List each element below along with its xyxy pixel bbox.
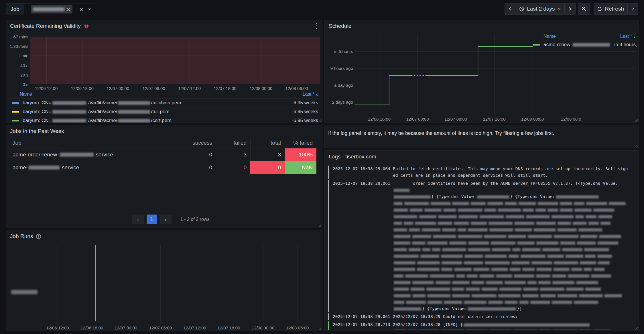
legend-last-header[interactable]: Last * ∨ xyxy=(620,34,636,39)
axis-tick-label: 20 s xyxy=(6,72,28,77)
series-last-value: -6.95 weeks xyxy=(292,109,318,115)
panel-resize-handle[interactable] xyxy=(635,327,638,330)
axis-tick-label: 12/06 18:00 xyxy=(71,86,94,91)
series-color-swatch xyxy=(12,102,19,104)
info-icon[interactable] xyxy=(36,234,41,239)
redacted-text xyxy=(394,189,409,192)
job-filter[interactable]: Job × × xyxy=(6,3,96,15)
log-message: Failed to fetch certificates. This may m… xyxy=(393,166,634,179)
chevron-down-icon[interactable] xyxy=(87,7,92,11)
series-name[interactable]: acme-renew-.timer xyxy=(543,42,611,48)
panel-resize-handle[interactable] xyxy=(318,119,322,122)
panel-header[interactable]: Job Runs xyxy=(6,230,322,242)
redacted-text xyxy=(452,202,469,205)
redacted-text xyxy=(430,274,454,278)
redacted-text xyxy=(593,209,614,212)
redacted-filter-value xyxy=(33,7,64,11)
legend-row[interactable]: baryum: CN= /var/lib/acme//cert.pem-6.95… xyxy=(10,116,318,123)
redacted-text xyxy=(542,248,560,251)
redacted-text xyxy=(411,288,425,291)
redacted-text xyxy=(464,261,483,264)
redacted-text xyxy=(511,261,530,264)
panel-header[interactable]: Schedule xyxy=(325,20,639,32)
redacted-text xyxy=(444,301,462,304)
legend-last-header[interactable]: Last * ∧ xyxy=(303,92,318,97)
axis-tick-label: 12/08 06:00 xyxy=(286,325,309,330)
panel-resize-handle[interactable] xyxy=(635,119,638,122)
axis-tick-label: 12/08 00:00 xyxy=(521,117,544,121)
legend-row[interactable]: acme-renew-.timerin 9 hours xyxy=(533,40,636,49)
redacted-text xyxy=(505,202,517,205)
legend-name-header[interactable]: Name xyxy=(20,92,32,97)
redacted-text xyxy=(422,228,440,231)
total-cell: 3 xyxy=(250,148,285,161)
axis-tick-label: 12/07 06:00 xyxy=(142,86,165,91)
column-header[interactable]: failed xyxy=(216,138,250,148)
refresh-button[interactable]: Refresh xyxy=(594,3,627,15)
legend-name-header[interactable]: Name xyxy=(543,34,556,39)
series-color-swatch xyxy=(533,44,540,46)
panel-resize-handle[interactable] xyxy=(635,144,638,148)
page-next-button[interactable]: › xyxy=(159,215,172,224)
redacted-text xyxy=(458,209,482,212)
page-prev-button[interactable]: ‹ xyxy=(132,215,144,224)
chip-close-icon[interactable]: × xyxy=(67,6,70,12)
jobs-table: Jobsuccessfailedtotal% failed acme-order… xyxy=(9,138,319,174)
redacted-text xyxy=(519,202,536,205)
legend-row[interactable]: baryum: CN= /var/lib/acme//full.pem-6.95… xyxy=(10,107,318,116)
column-header[interactable]: total xyxy=(250,138,285,148)
redacted-text xyxy=(468,241,489,245)
redacted-text xyxy=(558,228,577,231)
redacted-text xyxy=(585,288,601,291)
redacted-text xyxy=(558,294,577,297)
redacted-text xyxy=(394,281,411,284)
redacted-text xyxy=(568,274,589,278)
grid-line xyxy=(30,46,320,46)
panel-resize-handle[interactable] xyxy=(318,327,322,330)
redacted-text xyxy=(573,43,610,47)
panel-log-note: If the log panel is empty, it may be bec… xyxy=(324,125,639,148)
zoom-out-button[interactable] xyxy=(578,3,590,15)
grid-line xyxy=(92,245,92,324)
table-row[interactable]: acme-order-renew-.service033100% xyxy=(9,148,319,161)
redacted-text xyxy=(394,330,406,331)
column-header[interactable]: success xyxy=(183,138,216,148)
job-filter-value[interactable]: × xyxy=(24,3,76,15)
panel-header[interactable]: Certificate Remaining Validity ⋮ xyxy=(6,20,322,32)
panel-menu-icon[interactable]: ⋮ xyxy=(313,22,320,29)
redacted-text xyxy=(588,222,599,225)
column-header[interactable]: Job xyxy=(9,138,183,148)
redacted-text xyxy=(118,101,150,105)
series-name[interactable]: baryum: CN= /var/lib/acme//full.pem xyxy=(23,109,170,115)
panel-header[interactable]: Jobs in the Past Week xyxy=(6,125,322,137)
redacted-text xyxy=(512,248,520,251)
redacted-text xyxy=(417,268,440,271)
redacted-text xyxy=(598,261,610,264)
refresh-interval-dropdown[interactable] xyxy=(627,3,638,15)
redacted-text xyxy=(530,301,550,304)
axis-tick-label: in 5 hours xyxy=(325,49,353,54)
time-shift-back-button[interactable] xyxy=(505,3,516,15)
log-entry: 2025-12-07 18:38:29.064Failed to fetch c… xyxy=(328,166,637,179)
panel-resize-handle[interactable] xyxy=(318,224,322,227)
time-range-picker[interactable]: Last 2 days xyxy=(516,3,564,15)
redacted-text xyxy=(576,281,598,284)
job-filter-chip[interactable]: × xyxy=(31,5,72,13)
column-header[interactable]: % failed xyxy=(285,138,316,148)
series-name[interactable]: baryum: CN= /var/lib/acme//fullchain.pem xyxy=(23,100,181,106)
clear-filter-icon[interactable]: × xyxy=(80,6,83,12)
time-shift-forward-button[interactable] xyxy=(564,3,576,15)
page-number-active[interactable]: 1 xyxy=(147,215,157,224)
redacted-text xyxy=(499,288,521,291)
redacted-text xyxy=(556,195,599,199)
redacted-text xyxy=(547,255,564,258)
legend-row[interactable]: baryum: CN= /var/lib/acme//fullchain.pem… xyxy=(10,98,318,107)
redacted-text xyxy=(580,261,596,264)
broken-heart-icon xyxy=(84,23,89,29)
row-count-summary: 1 - 2 of 2 rows xyxy=(180,217,209,222)
panel-header[interactable]: Logs - tiserbox.com xyxy=(325,151,639,163)
table-row[interactable]: acme-.service000NaN xyxy=(9,161,319,174)
series-name[interactable]: baryum: CN= /var/lib/acme//cert.pem xyxy=(23,118,171,123)
redacted-text xyxy=(458,235,482,238)
redacted-text xyxy=(442,228,456,231)
